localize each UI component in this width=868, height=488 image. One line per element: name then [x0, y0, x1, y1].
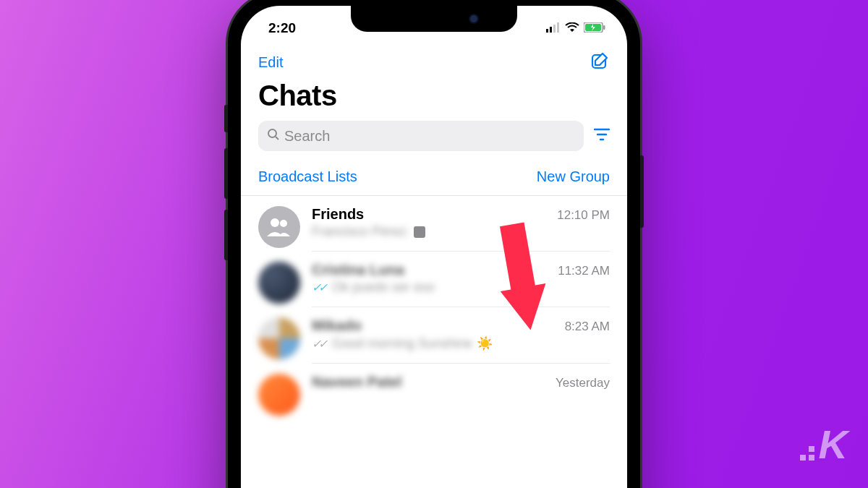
logo-letter: K	[819, 421, 846, 468]
chat-name: Cristina Luna	[312, 262, 404, 278]
chat-name: Friends	[312, 206, 364, 223]
avatar	[258, 262, 300, 304]
delivered-receipt-icon: ✓✓	[312, 337, 325, 351]
watermark-logo: K	[800, 421, 846, 468]
page-title: Chats	[258, 80, 610, 112]
phone-frame: 2:20 Edit Chats	[228, 0, 640, 488]
compose-icon[interactable]	[590, 51, 610, 74]
chat-time: Yesterday	[556, 376, 610, 390]
phone-button-volume-up	[224, 148, 228, 199]
wifi-icon	[565, 20, 579, 36]
chat-time: 11:32 AM	[558, 264, 610, 278]
chat-row[interactable]: Mikado 8:23 AM ✓✓ Good morning Sunshine …	[241, 307, 627, 364]
svg-point-14	[280, 220, 287, 227]
chat-name: Naveen Patel	[312, 374, 402, 390]
chat-time: 8:23 AM	[565, 320, 610, 334]
svg-rect-3	[557, 22, 559, 33]
svg-rect-1	[550, 27, 552, 33]
search-placeholder: Search	[284, 128, 330, 145]
svg-rect-6	[603, 25, 605, 30]
chat-row[interactable]: Cristina Luna 11:32 AM ✓✓ Ok puedo ser e…	[241, 252, 627, 307]
chat-name: Mikado	[312, 317, 362, 334]
phone-notch	[351, 6, 517, 32]
new-group-button[interactable]: New Group	[537, 168, 610, 185]
chat-preview: ✓✓ Ok puedo ser eso	[312, 280, 610, 295]
edit-button[interactable]: Edit	[258, 54, 283, 71]
filter-icon[interactable]	[594, 128, 610, 144]
svg-line-9	[276, 137, 278, 140]
phone-screen: 2:20 Edit Chats	[241, 6, 627, 488]
svg-point-13	[271, 218, 279, 227]
sticker-icon	[414, 226, 425, 238]
status-time: 2:20	[268, 20, 296, 36]
search-input[interactable]: Search	[258, 121, 584, 151]
sun-emoji-icon: ☀️	[477, 335, 493, 351]
svg-rect-0	[546, 29, 548, 33]
battery-charging-icon	[584, 20, 605, 36]
signal-icon	[546, 20, 561, 36]
chat-row[interactable]: Friends 12:10 PM Francisco Pérez:	[241, 196, 627, 252]
chat-preview: ✓✓ Good morning Sunshine ☀️	[312, 335, 610, 351]
chat-row[interactable]: Naveen Patel Yesterday	[241, 364, 627, 416]
nav-row: Edit	[241, 40, 627, 78]
search-icon	[267, 128, 280, 145]
broadcast-lists-button[interactable]: Broadcast Lists	[258, 168, 357, 185]
logo-dots-icon	[800, 446, 814, 461]
svg-point-8	[268, 129, 276, 137]
svg-rect-2	[553, 25, 556, 33]
phone-button-silence	[224, 105, 228, 132]
phone-button-power	[640, 155, 644, 228]
read-receipt-icon: ✓✓	[312, 281, 325, 294]
action-row: Broadcast Lists New Group	[241, 158, 627, 196]
avatar	[258, 374, 300, 416]
chat-time: 12:10 PM	[557, 208, 610, 223]
chat-preview: Francisco Pérez:	[312, 224, 610, 239]
avatar-group-icon	[258, 206, 300, 248]
phone-button-volume-down	[224, 210, 228, 260]
front-camera-icon	[470, 15, 477, 22]
avatar	[258, 317, 300, 359]
